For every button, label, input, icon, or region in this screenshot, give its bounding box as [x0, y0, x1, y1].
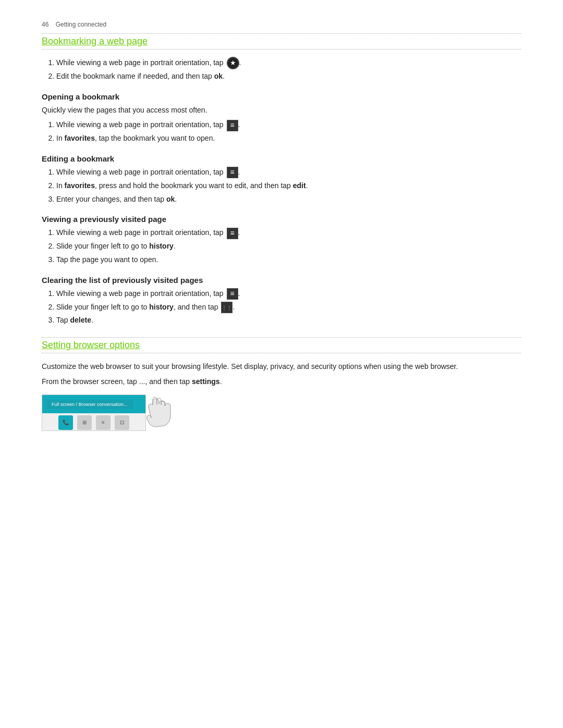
- viewing-history-steps: While viewing a web page in portrait ori…: [42, 227, 521, 266]
- editing-step-3: Enter your changes, and then tap ok.: [56, 193, 521, 206]
- hand-cursor: [141, 394, 172, 431]
- page-number: 46: [42, 21, 48, 28]
- opening-bookmark-description: Quickly view the pages that you access m…: [42, 104, 521, 116]
- bookmarking-step-1-text: While viewing a web page in portrait ori…: [56, 58, 226, 67]
- viewing-history-title: Viewing a previously visited page: [42, 215, 521, 224]
- browser-icon-phone: 📞: [58, 415, 73, 430]
- browser-tab-bar: Full screen / Browser conversation...: [42, 395, 145, 413]
- clearing-step-2: Slide your finger left to go to history,…: [56, 301, 521, 314]
- browser-icon-3: ⊡: [115, 415, 129, 430]
- bookmarking-step-2: Edit the bookmark name if needed, and th…: [56, 70, 521, 83]
- browser-screenshot-container: Full screen / Browser conversation... 📞 …: [42, 394, 521, 431]
- top-divider: [42, 33, 521, 34]
- setting-options-title: Setting browser options: [42, 340, 521, 351]
- editing-bookmark-title: Editing a bookmark: [42, 154, 521, 163]
- viewing-step-3: Tap the page you want to open.: [56, 254, 521, 266]
- editing-step-2: In favorites, press and hold the bookmar…: [56, 180, 521, 192]
- bookmarking-section-title: Bookmarking a web page: [42, 36, 521, 47]
- editing-bookmark-steps: While viewing a web page in portrait ori…: [42, 166, 521, 205]
- viewing-step-2: Slide your finger left to go to history.: [56, 240, 521, 253]
- page-header: 46 Getting connected: [42, 21, 521, 28]
- hand-cursor-svg: [141, 394, 172, 431]
- menu-icon-3: [227, 228, 238, 239]
- viewing-step-1: While viewing a web page in portrait ori…: [56, 227, 521, 239]
- opening-step-1: While viewing a web page in portrait ori…: [56, 119, 521, 131]
- bookmarking-steps-list: While viewing a web page in portrait ori…: [42, 57, 521, 83]
- bookmarking-step-1: While viewing a web page in portrait ori…: [56, 57, 521, 69]
- browser-icon-2: ≡: [96, 415, 111, 430]
- opening-bookmark-steps: While viewing a web page in portrait ori…: [42, 119, 521, 145]
- options-icon: [221, 302, 232, 313]
- clearing-history-steps: While viewing a web page in portrait ori…: [42, 288, 521, 327]
- bookmarking-bottom-divider: [42, 49, 521, 50]
- menu-icon-4: [227, 288, 238, 300]
- clearing-history-title: Clearing the list of previously visited …: [42, 276, 521, 285]
- menu-icon-2: [227, 167, 238, 178]
- setting-options-description: Customize the web browser to suit your b…: [42, 361, 521, 372]
- menu-icon-1: [227, 120, 238, 131]
- bookmarking-step-2-text: Edit the bookmark name if needed, and th…: [56, 72, 225, 80]
- settings-instruction: From the browser screen, tap ..., and th…: [42, 376, 521, 387]
- opening-bookmark-title: Opening a bookmark: [42, 92, 521, 101]
- browser-tab: Full screen / Browser conversation...: [46, 400, 133, 409]
- browser-icon-1: ⊞: [77, 415, 92, 430]
- browser-screenshot: Full screen / Browser conversation... 📞 …: [42, 394, 146, 431]
- opening-step-2: In favorites, tap the bookmark you want …: [56, 132, 521, 145]
- clearing-step-1: While viewing a web page in portrait ori…: [56, 288, 521, 300]
- clearing-step-3: Tap delete.: [56, 314, 521, 327]
- browser-tab-label: Full screen / Browser conversation...: [52, 402, 128, 407]
- section-label: Getting connected: [56, 21, 106, 28]
- settings-top-divider: [42, 337, 521, 338]
- editing-step-1: While viewing a web page in portrait ori…: [56, 166, 521, 179]
- star-icon: [227, 57, 239, 69]
- browser-bottom-bar: 📞 ⊞ ≡ ⊡: [42, 413, 145, 431]
- period: .: [239, 58, 241, 67]
- settings-bottom-divider: [42, 353, 521, 353]
